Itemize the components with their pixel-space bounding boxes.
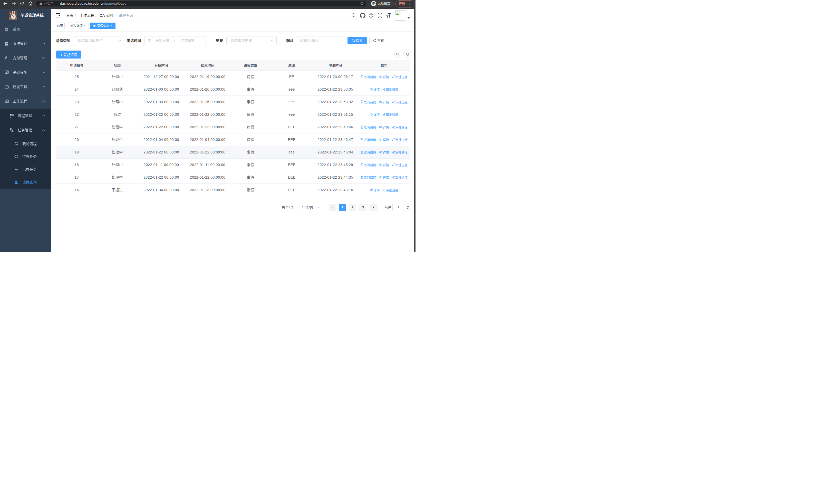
svg-text:?: ? [370,14,372,17]
